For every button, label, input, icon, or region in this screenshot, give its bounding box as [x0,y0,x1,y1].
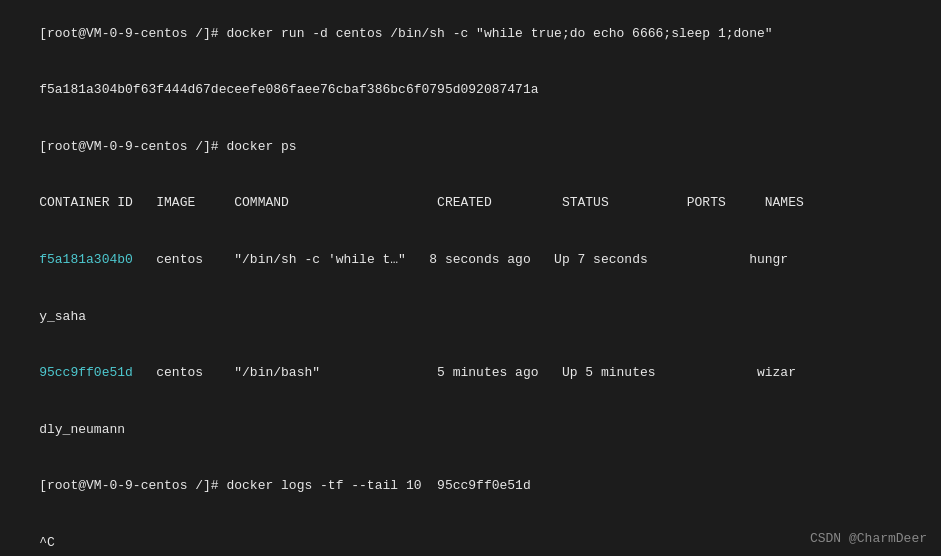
container-row-1a: f5a181a304b0 centos "/bin/sh -c 'while t… [8,232,933,289]
line-ctrl-c: ^C [8,515,933,556]
container-row-1b: y_saha [8,289,933,346]
line-1: [root@VM-0-9-centos /]# docker run -d ce… [8,6,933,63]
terminal-window: [root@VM-0-9-centos /]# docker run -d ce… [0,0,941,556]
line-2: f5a181a304b0f63f444d67deceefe086faee76cb… [8,63,933,120]
line-3: [root@VM-0-9-centos /]# docker ps [8,119,933,176]
container-row-2a: 95cc9ff0e51d centos "/bin/bash" 5 minute… [8,345,933,402]
prompt-prefix: [root@VM-0-9-centos /]# [39,26,226,41]
line-cmd-logs1: [root@VM-0-9-centos /]# docker logs -tf … [8,458,933,515]
table-header: CONTAINER ID IMAGE COMMAND CREATED STATU… [8,176,933,233]
container-row-2b: dly_neumann [8,402,933,459]
watermark: CSDN @CharmDeer [810,531,927,546]
